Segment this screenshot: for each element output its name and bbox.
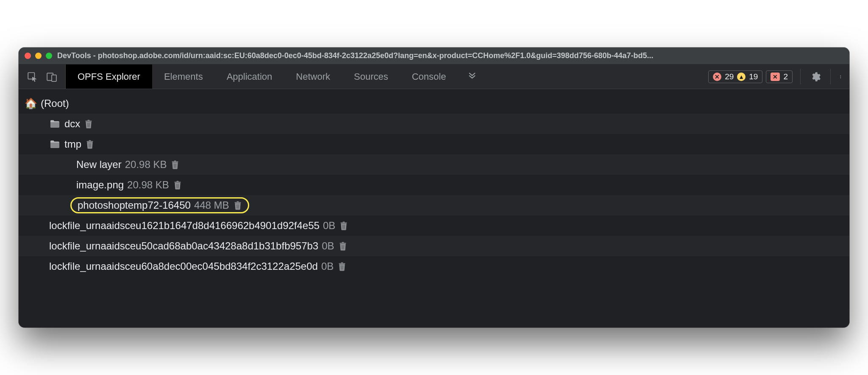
tab-label: OPFS Explorer bbox=[78, 71, 140, 82]
delete-button[interactable] bbox=[339, 241, 347, 251]
tab-label: Sources bbox=[354, 71, 388, 82]
tree-row[interactable]: photoshoptemp72-16450448 MB bbox=[19, 195, 849, 215]
warning-count: 19 bbox=[749, 72, 758, 81]
svg-rect-32 bbox=[343, 221, 345, 222]
tab-sources[interactable]: Sources bbox=[342, 64, 400, 89]
svg-line-10 bbox=[89, 123, 90, 127]
tree-item-name: photoshoptemp72-16450 bbox=[78, 199, 191, 211]
tree-row[interactable]: lockfile_urnaaidsceu50cad68ab0ac43428a8d… bbox=[19, 236, 849, 256]
tree-item-size: 0B bbox=[321, 260, 334, 272]
svg-line-13 bbox=[89, 143, 89, 148]
close-window-button[interactable] bbox=[25, 53, 31, 59]
tab-label: Console bbox=[412, 71, 446, 82]
window-controls bbox=[25, 53, 52, 59]
tab-elements[interactable]: Elements bbox=[152, 64, 215, 89]
device-toolbar-icon[interactable] bbox=[46, 71, 58, 83]
tree-item-name: lockfile_urnaaidsceu60a8dec00ec045bd834f… bbox=[49, 260, 318, 272]
tree-root[interactable]: 🏠 (Root) bbox=[19, 93, 849, 114]
warning-icon: ▲ bbox=[737, 73, 746, 81]
tree-item-size: 20.98 KB bbox=[125, 159, 167, 171]
svg-rect-26 bbox=[234, 202, 241, 203]
delete-button[interactable] bbox=[173, 180, 182, 190]
issues-pill[interactable]: ✕ 2 bbox=[766, 70, 793, 83]
toolbar-divider bbox=[830, 69, 831, 84]
svg-rect-7 bbox=[88, 120, 90, 120]
tree-root-label: (Root) bbox=[41, 98, 69, 109]
svg-line-25 bbox=[178, 184, 179, 188]
toolbar-divider bbox=[800, 69, 801, 84]
tab-label: Network bbox=[296, 71, 330, 82]
inspect-element-icon[interactable] bbox=[26, 71, 38, 83]
svg-line-23 bbox=[176, 184, 177, 188]
tree-item-name: lockfile_urnaaidsceu50cad68ab0ac43428a8d… bbox=[49, 240, 318, 252]
tree-row[interactable]: image.png20.98 KB bbox=[19, 175, 849, 195]
svg-rect-12 bbox=[89, 140, 91, 141]
more-options-button[interactable] bbox=[834, 64, 849, 89]
svg-rect-27 bbox=[236, 201, 239, 202]
svg-line-43 bbox=[341, 266, 342, 270]
svg-rect-16 bbox=[172, 162, 178, 162]
folder-icon bbox=[49, 140, 60, 148]
errors-warnings-pill[interactable]: ✕ 29 ▲ 19 bbox=[708, 70, 762, 83]
tree-row[interactable]: New layer20.98 KB bbox=[19, 154, 849, 175]
svg-rect-36 bbox=[339, 243, 346, 244]
tree-item-size: 20.98 KB bbox=[127, 179, 169, 191]
titlebar: DevTools - photoshop.adobe.com/id/urn:aa… bbox=[19, 48, 849, 64]
devtools-window: DevTools - photoshop.adobe.com/id/urn:aa… bbox=[19, 48, 849, 327]
window-title: DevTools - photoshop.adobe.com/id/urn:aa… bbox=[57, 51, 843, 60]
svg-rect-2 bbox=[52, 75, 56, 81]
tab-network[interactable]: Network bbox=[284, 64, 342, 89]
delete-button[interactable] bbox=[86, 140, 94, 149]
delete-button[interactable] bbox=[234, 201, 242, 210]
more-tabs-button[interactable] bbox=[458, 64, 487, 89]
settings-button[interactable] bbox=[804, 64, 827, 89]
toolbar-left-icons bbox=[19, 64, 66, 89]
tree-row[interactable]: dcx bbox=[19, 114, 849, 134]
svg-rect-41 bbox=[339, 263, 345, 264]
home-icon: 🏠 bbox=[25, 98, 36, 109]
svg-rect-37 bbox=[342, 242, 344, 243]
error-icon: ✕ bbox=[713, 73, 721, 81]
delete-button[interactable] bbox=[84, 119, 93, 129]
delete-button[interactable] bbox=[338, 262, 346, 271]
tree-item-name: New layer bbox=[76, 159, 122, 171]
svg-point-3 bbox=[840, 75, 841, 76]
delete-button[interactable] bbox=[171, 160, 179, 169]
svg-rect-31 bbox=[341, 223, 347, 224]
devtools-toolbar: OPFS Explorer Elements Application Netwo… bbox=[19, 64, 849, 89]
svg-line-8 bbox=[88, 123, 88, 127]
tree-row[interactable]: lockfile_urnaaidsceu60a8dec00ec045bd834f… bbox=[19, 256, 849, 277]
tab-opfs-explorer[interactable]: OPFS Explorer bbox=[66, 64, 152, 89]
delete-button[interactable] bbox=[339, 221, 348, 230]
issues-count: 2 bbox=[783, 72, 788, 81]
svg-line-15 bbox=[91, 143, 91, 148]
tree-row[interactable]: lockfile_urnaaidsceu1621b1647d8d4166962b… bbox=[19, 215, 849, 236]
svg-rect-17 bbox=[174, 160, 176, 161]
issues-icon: ✕ bbox=[771, 73, 780, 81]
svg-rect-22 bbox=[176, 181, 178, 182]
svg-rect-11 bbox=[87, 141, 93, 142]
tab-application[interactable]: Application bbox=[215, 64, 284, 89]
svg-line-40 bbox=[344, 245, 344, 249]
tab-label: Application bbox=[227, 71, 273, 82]
svg-line-35 bbox=[345, 225, 345, 229]
tree-row[interactable]: tmp bbox=[19, 134, 849, 154]
tree-item-name: tmp bbox=[64, 138, 81, 150]
svg-line-38 bbox=[342, 245, 342, 249]
status-indicators: ✕ 29 ▲ 19 ✕ 2 bbox=[704, 64, 797, 89]
tree-item-name: image.png bbox=[76, 179, 124, 191]
svg-line-18 bbox=[174, 164, 175, 168]
tab-label: Elements bbox=[164, 71, 203, 82]
folder-icon bbox=[49, 120, 60, 128]
tab-console[interactable]: Console bbox=[400, 64, 458, 89]
tree-item-name: dcx bbox=[64, 118, 80, 130]
svg-line-28 bbox=[236, 204, 237, 209]
tree-item-size: 0B bbox=[322, 240, 334, 252]
svg-line-45 bbox=[343, 266, 343, 270]
maximize-window-button[interactable] bbox=[46, 53, 52, 59]
panel-tabs: OPFS Explorer Elements Application Netwo… bbox=[66, 64, 487, 89]
minimize-window-button[interactable] bbox=[35, 53, 42, 59]
svg-point-5 bbox=[840, 77, 841, 78]
tree-item-size: 448 MB bbox=[194, 199, 229, 211]
tree-item-name: lockfile_urnaaidsceu1621b1647d8d4166962b… bbox=[49, 220, 320, 232]
